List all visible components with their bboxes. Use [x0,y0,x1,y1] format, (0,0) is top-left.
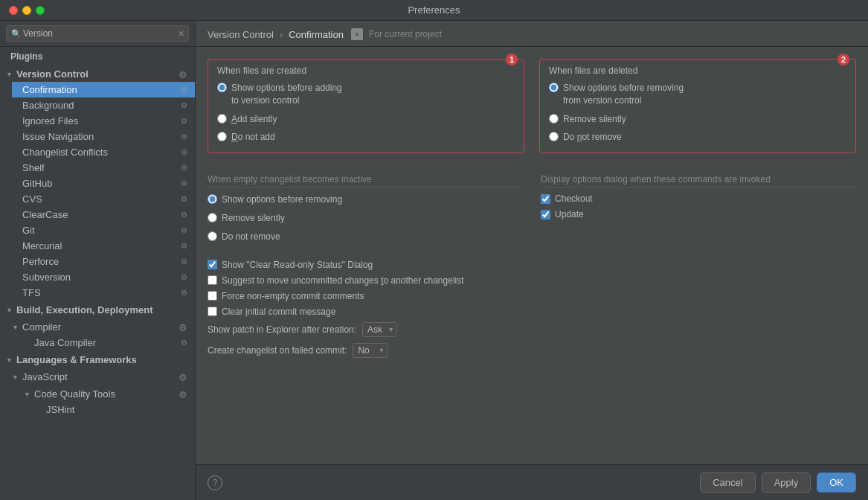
when-deleted-label: When files are deleted [549,65,846,76]
when-deleted-radio-1-label: Show options before removingfrom version… [563,82,684,107]
build-label: Build, Execution, Deployment [16,304,152,315]
compiler-arrow-icon: ▼ [12,324,19,331]
changelist-col: When empty changelist becomes inactive S… [208,174,523,249]
footer: ? Cancel Apply OK [196,464,868,500]
sidebar-item-tfs[interactable]: TFS ⚙ [12,285,195,301]
sidebar-item-changelist-conflicts[interactable]: Changelist Conflicts ⚙ [12,144,195,160]
confirmation-label: Confirmation [22,84,176,95]
show-patch-label: Show patch in Explorer after creation: [208,324,356,335]
for-project-label: For current project [369,29,442,39]
display-update-row: Update [541,209,856,219]
suggest-move-checkbox[interactable] [208,275,217,285]
sidebar-item-issue-navigation[interactable]: Issue Navigation ⚙ [12,129,195,144]
sidebar-item-ignored-files[interactable]: Ignored Files ⚙ [12,113,195,129]
show-patch-select[interactable]: Ask Yes No [362,322,397,337]
ignored-files-label: Ignored Files [22,115,176,126]
changelist-radio-2[interactable] [208,213,217,222]
build-arrow-icon: ▼ [6,307,13,314]
sidebar-item-confirmation[interactable]: Confirmation ⚙ [12,82,195,97]
compiler-section-header[interactable]: ▼ Compiler ⚙ [12,318,195,335]
footer-left: ? [208,475,222,490]
issue-navigation-label: Issue Navigation [22,131,176,142]
show-patch-row: Show patch in Explorer after creation: A… [208,322,856,337]
mercurial-label: Mercurial [22,240,176,251]
when-created-radio-3-label: Do not add [231,131,275,144]
display-update-checkbox[interactable] [541,210,550,219]
force-nonempty-row: Force non-empty commit comments [208,291,856,301]
clear-initial-checkbox[interactable] [208,307,217,316]
clearcase-label: ClearCase [22,209,176,220]
maximize-button[interactable] [36,6,45,15]
changelist-radio-2-label: Remove silently [222,212,285,225]
cancel-button[interactable]: Cancel [700,472,755,493]
tfs-label: TFS [22,287,176,298]
sidebar-item-git[interactable]: Git ⚙ [12,222,195,238]
languages-section-header[interactable]: ▼ Languages & Frameworks [0,350,195,368]
titlebar: Preferences [0,0,868,21]
background-label: Background [22,100,176,111]
clear-readonly-checkbox[interactable] [208,260,217,269]
search-input-wrapper: 🔍 ✕ [6,25,189,42]
sidebar-item-java-compiler[interactable]: Java Compiler ⚙ [24,335,195,350]
javascript-section-header[interactable]: ▼ JavaScript ⚙ [12,368,195,385]
sidebar-item-github[interactable]: GitHub ⚙ [12,176,195,191]
code-quality-section-header[interactable]: ▼ Code Quality Tools ⚙ [24,385,195,402]
when-created-option-1: Show options before addingto version con… [217,82,515,107]
sidebar-item-perforce[interactable]: Perforce ⚙ [12,254,195,269]
create-changelist-label: Create changelist on failed commit: [208,345,347,356]
sidebar-item-jshint[interactable]: JSHint [36,402,195,417]
sidebar-item-background[interactable]: Background ⚙ [12,97,195,113]
create-changelist-select[interactable]: No Yes Ask [353,343,388,358]
when-created-radio-3[interactable] [217,132,227,141]
display-checkout-checkbox[interactable] [541,194,550,204]
confirmation-settings-icon: ⚙ [179,85,189,95]
traffic-lights [9,6,45,15]
when-deleted-number: 2 [838,54,849,65]
help-button[interactable]: ? [208,475,222,490]
display-options-col: Display options dialog when these comman… [541,174,856,249]
plugins-group-label: Plugins [0,47,195,65]
version-control-section-header[interactable]: ▼ Version Control ⚙ [0,65,195,82]
when-deleted-col: 2 When files are deleted Show options be… [539,59,856,159]
javascript-items: ▼ Code Quality Tools ⚙ JSHint [12,385,195,417]
when-created-radio-2[interactable] [217,114,227,124]
ok-button[interactable]: OK [817,472,856,493]
apply-button[interactable]: Apply [762,472,811,493]
version-control-items: Confirmation ⚙ Background ⚙ Ignored File… [0,82,195,301]
minimize-button[interactable] [22,6,31,15]
perforce-label: Perforce [22,256,176,267]
search-clear-icon[interactable]: ✕ [178,29,184,39]
display-update-label: Update [555,209,584,219]
sidebar-item-subversion[interactable]: Subversion ⚙ [12,269,195,285]
javascript-arrow-icon: ▼ [12,374,19,381]
when-deleted-radio-3[interactable] [549,132,559,141]
sidebar-item-mercurial[interactable]: Mercurial ⚙ [12,238,195,254]
search-input[interactable] [6,25,189,42]
changelist-radio-1[interactable] [208,194,217,204]
cvs-settings-icon: ⚙ [179,194,189,205]
languages-label: Languages & Frameworks [16,354,137,365]
sidebar-item-shelf[interactable]: Shelf ⚙ [12,160,195,176]
create-changelist-row: Create changelist on failed commit: No Y… [208,343,856,358]
code-quality-items: JSHint [24,402,195,417]
when-deleted-radio-1[interactable] [549,83,559,92]
sidebar-item-cvs[interactable]: CVS ⚙ [12,191,195,207]
changelist-radio-3[interactable] [208,231,217,241]
close-button[interactable] [9,6,18,15]
breadcrumb-root: Version Control [208,29,274,40]
suggest-move-label: Suggest to move uncommitted changes to a… [222,275,464,286]
force-nonempty-checkbox[interactable] [208,291,217,301]
when-created-radio-1[interactable] [217,83,227,92]
when-created-label: When files are created [217,65,515,76]
settings-body: 1 When files are created Show options be… [196,47,868,464]
sidebar-item-clearcase[interactable]: ClearCase ⚙ [12,207,195,222]
when-deleted-radio-2[interactable] [549,114,559,124]
when-deleted-box: 2 When files are deleted Show options be… [539,59,856,153]
changelist-radio-3-label: Do not remove [222,231,280,243]
display-section-label: Display options dialog when these comman… [541,174,856,188]
languages-items: ▼ JavaScript ⚙ ▼ Code Quality Tools ⚙ JS… [0,368,195,417]
content-area: Version Control › Confirmation ≡ For cur… [196,21,868,500]
compiler-label: Compiler [22,321,61,333]
build-section-header[interactable]: ▼ Build, Execution, Deployment [0,301,195,318]
clear-initial-row: Clear initial commit message [208,307,856,317]
